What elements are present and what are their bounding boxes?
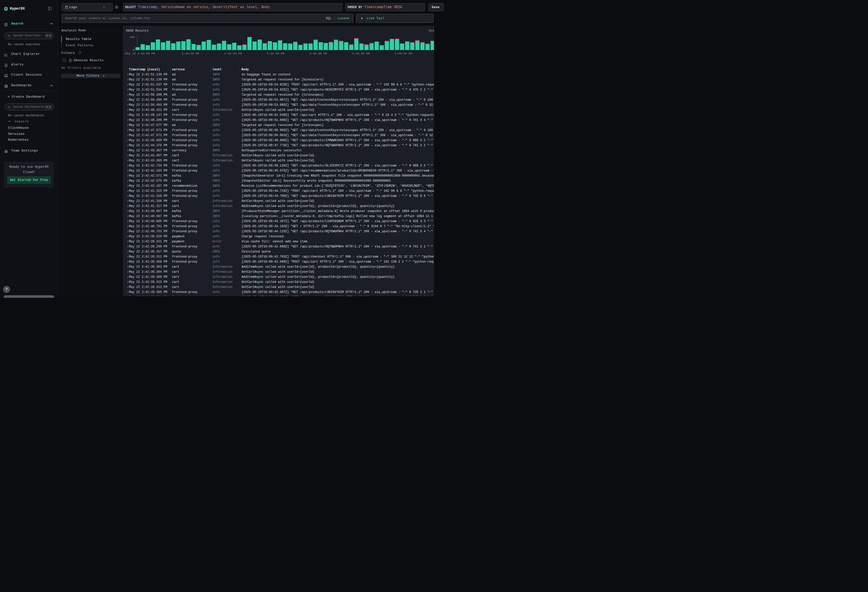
svg-text:140: 140 (129, 35, 134, 39)
svg-text:2:36:30 PM: 2:36:30 PM (310, 52, 327, 55)
svg-text:0: 0 (133, 48, 134, 52)
svg-text:May 22 2:28:00 PM: May 22 2:28:00 PM (125, 52, 155, 55)
svg-text:2:40:30 PM: 2:40:30 PM (394, 52, 412, 55)
svg-text:2:32:30 PM: 2:32:30 PM (224, 52, 242, 55)
svg-text:2:34:30 PM: 2:34:30 PM (267, 52, 285, 55)
svg-text:2:30:30 PM: 2:30:30 PM (182, 52, 199, 55)
svg-text:2:38:30 PM: 2:38:30 PM (352, 52, 369, 55)
